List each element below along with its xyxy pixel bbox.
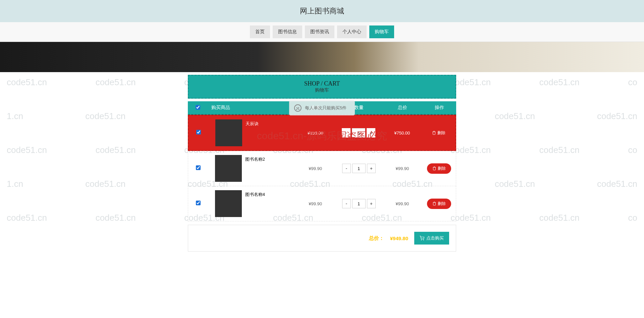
buy-button[interactable]: 点击购买 xyxy=(414,232,449,245)
nav-item-0[interactable]: 首页 xyxy=(250,25,270,38)
trash-icon xyxy=(432,202,436,206)
delete-button[interactable]: 删除 xyxy=(427,128,451,138)
product-name: 图书名称2 xyxy=(245,155,295,162)
section-title: SHOP / CART 购物车 xyxy=(188,75,456,99)
nav-item-2[interactable]: 图书资讯 xyxy=(305,25,334,38)
col-product: 购买商品 xyxy=(208,105,295,111)
nav-item-3[interactable]: 个人中心 xyxy=(337,25,367,38)
unit-price: ¥99.90 xyxy=(295,201,335,206)
row-total: ¥99.90 xyxy=(382,166,423,171)
cart-row: 天辰诀 ¥150.00 - + ¥750.00 删除 xyxy=(188,115,456,151)
product-name: 天辰诀 xyxy=(246,119,296,127)
svg-point-1 xyxy=(423,240,424,240)
qty-plus-button[interactable]: + xyxy=(367,199,376,208)
delete-button[interactable]: 删除 xyxy=(427,163,451,174)
row-checkbox[interactable] xyxy=(196,165,201,170)
row-total: ¥750.00 xyxy=(382,130,422,136)
trash-icon xyxy=(432,166,436,170)
cart-row: 图书名称4 ¥99.90 - + ¥99.90 删除 xyxy=(188,186,456,221)
sad-face-icon xyxy=(294,104,302,112)
select-all-checkbox[interactable] xyxy=(196,105,200,110)
qty-plus-button[interactable]: + xyxy=(367,128,375,138)
qty-minus-button[interactable]: - xyxy=(342,164,351,173)
qty-input[interactable] xyxy=(352,199,366,208)
nav-item-1[interactable]: 图书信息 xyxy=(273,25,302,38)
cart-row: 图书名称2 ¥99.90 - + ¥99.90 删除 xyxy=(188,151,456,186)
cart-icon xyxy=(420,236,424,241)
unit-price: ¥150.00 xyxy=(295,130,335,136)
col-op: 操作 xyxy=(423,105,456,111)
total-value: ¥949.80 xyxy=(390,235,408,241)
col-total: 总价 xyxy=(382,105,423,111)
product-thumbnail xyxy=(215,155,242,182)
nav-item-4[interactable]: 购物车 xyxy=(369,25,394,38)
product-thumbnail xyxy=(215,119,242,146)
qty-input[interactable] xyxy=(352,164,366,173)
toast-message: 每人单次只能购买5件 xyxy=(289,101,355,115)
row-total: ¥99.90 xyxy=(382,201,423,206)
qty-input[interactable] xyxy=(352,128,365,138)
product-name: 图书名称4 xyxy=(245,190,295,198)
svg-point-0 xyxy=(421,240,422,240)
page-title: 网上图书商城 xyxy=(0,0,644,22)
trash-icon xyxy=(432,131,436,135)
row-checkbox[interactable] xyxy=(196,201,201,205)
qty-plus-button[interactable]: + xyxy=(367,164,376,173)
qty-minus-button[interactable]: - xyxy=(342,199,351,208)
delete-button[interactable]: 删除 xyxy=(427,199,451,209)
row-checkbox[interactable] xyxy=(196,130,201,135)
qty-minus-button[interactable]: - xyxy=(342,128,351,138)
hero-banner xyxy=(0,42,644,72)
total-label: 总价： xyxy=(369,235,384,242)
cart-footer: 总价： ¥949.80 点击购买 xyxy=(188,225,456,252)
product-thumbnail xyxy=(215,190,242,217)
main-nav: 首页图书信息图书资讯个人中心购物车 xyxy=(0,22,644,42)
unit-price: ¥99.90 xyxy=(295,166,335,171)
